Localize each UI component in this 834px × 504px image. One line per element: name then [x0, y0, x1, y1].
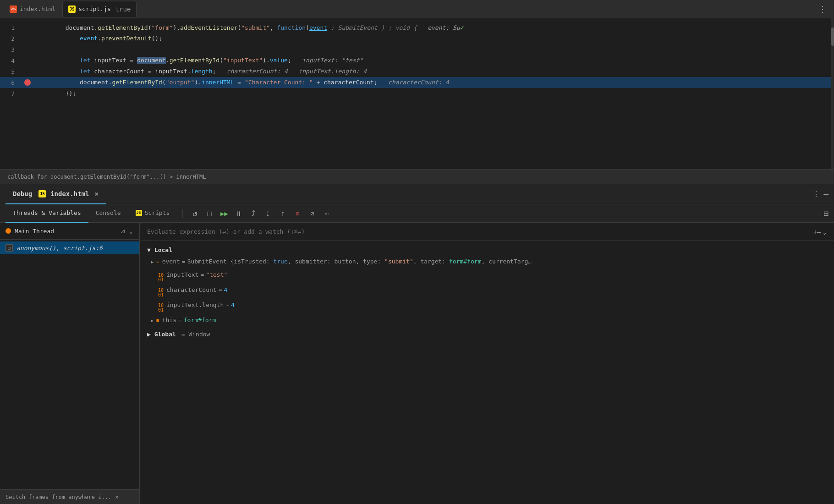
btn-step-out[interactable]: ↑ — [276, 207, 289, 220]
tab-index-html[interactable]: <> index.html — [4, 1, 61, 17]
debug-more-icon[interactable]: ⋮ — [812, 190, 820, 198]
local-expand-arrow — [147, 247, 151, 253]
thread-controls: ⊿ ⌄ — [119, 226, 134, 236]
event-expand-arrow[interactable] — [151, 257, 154, 267]
inputTextLength-equals: = — [225, 300, 229, 310]
event-name: event — [162, 257, 180, 267]
breakpoint-dot-6 — [24, 79, 31, 86]
tab-label-script-js: script.js — [78, 5, 110, 12]
this-type-icon: ≡ — [156, 316, 159, 326]
variables-list: Local ≡ event = SubmitEvent {isTrusted: … — [140, 241, 834, 504]
var-item-this: ≡ this = form#form — [140, 314, 834, 327]
global-value: = Window — [181, 331, 210, 338]
breadcrumb: callback for document.getElementById("fo… — [7, 174, 206, 180]
characterCount-equals: = — [219, 285, 222, 295]
thread-name: Main Thread — [15, 228, 115, 235]
inputTextLength-value: 4 — [231, 300, 235, 310]
toolbar-tab-scripts-label: Scripts — [145, 209, 170, 216]
thread-chevron-btn[interactable]: ⌄ — [128, 226, 134, 236]
line-num-5: 5 — [0, 68, 22, 75]
editor-scrollbar[interactable] — [831, 18, 834, 169]
call-stack: □ anonymous(), script.js:6 — [0, 240, 139, 489]
debug-tab-js-icon: JS — [38, 190, 46, 197]
stack-frame-label: anonymous(), script.js:6 — [16, 245, 103, 252]
debug-title-tab[interactable]: Debug JS index.html × — [5, 184, 106, 204]
toolbar-right: ⊞ — [823, 208, 829, 218]
breakpoint-area-6[interactable] — [22, 79, 33, 86]
toolbar-tab-console[interactable]: Console — [88, 204, 128, 223]
more-menu-button[interactable]: ⋮ — [815, 4, 830, 14]
event-equals: = — [182, 257, 186, 267]
var-section-local: Local ≡ event = SubmitEvent {isTrusted: … — [140, 245, 834, 327]
btn-breakpoints[interactable]: ⊘ — [291, 207, 304, 220]
btn-resume[interactable]: ▶▶ — [218, 207, 230, 220]
btn-step-into[interactable]: ⤴ — [262, 207, 274, 220]
html-icon: <> — [10, 5, 17, 13]
global-label: Global — [154, 331, 176, 338]
var-item-inputTextLength: 1001 inputText.length = 4 — [140, 299, 834, 314]
debug-minimize-icon[interactable]: — — [823, 189, 829, 199]
inputText-value: "test" — [206, 270, 227, 280]
var-section-local-header[interactable]: Local — [140, 245, 834, 255]
btn-stop[interactable]: □ — [203, 207, 216, 220]
btn-step-over[interactable]: ⤴ — [247, 207, 260, 220]
toolbar-tab-threads[interactable]: Threads & Variables — [5, 204, 88, 223]
line-num-1: 1 — [0, 24, 22, 31]
debug-tab-close[interactable]: × — [94, 190, 98, 197]
editor-tabs: <> index.html JS script.js true — [4, 1, 137, 17]
code-lines: 1 document.getElementById("form").addEve… — [0, 18, 834, 103]
toolbar-tab-threads-label: Threads & Variables — [13, 209, 81, 216]
this-expand-arrow[interactable] — [151, 316, 154, 326]
watch-chevron-icon[interactable]: ⌄ — [823, 228, 827, 236]
tab-close-script-js[interactable]: true — [115, 5, 131, 13]
toolbar-separator-1 — [182, 209, 183, 218]
line-num-2: 2 — [0, 35, 22, 42]
layout-icon[interactable]: ⊞ — [823, 208, 829, 218]
var-item-inputText: 1001 inputText = "test" — [140, 268, 834, 284]
code-editor: 1 document.getElementById("form").addEve… — [0, 18, 834, 170]
watch-actions: +— ⌄ — [813, 228, 827, 236]
right-panel: +— ⌄ Local ≡ event = — [140, 223, 834, 504]
bottom-bar-close[interactable]: × — [115, 494, 118, 500]
thread-dot — [5, 228, 11, 234]
toolbar-tab-console-label: Console — [96, 209, 121, 216]
debug-label: Debug — [13, 190, 32, 197]
bottom-bar-text: Switch frames from anywhere i... — [5, 494, 111, 500]
line-num-6: 6 — [0, 79, 22, 86]
event-value: SubmitEvent {isTrusted: true, submitter:… — [187, 257, 532, 267]
code-content-7: }); — [33, 77, 834, 110]
toolbar-tabs: Threads & Variables Console JS Scripts — [5, 204, 177, 223]
breadcrumb-bar: callback for document.getElementById("fo… — [0, 170, 834, 184]
btn-clear[interactable]: ∅ — [306, 207, 318, 220]
local-label: Local — [154, 247, 172, 253]
stack-frame-icon: □ — [5, 244, 13, 252]
inputText-equals: = — [201, 270, 204, 280]
var-item-event: ≡ event = SubmitEvent {isTrusted: true, … — [140, 255, 834, 268]
debug-tab-bar: Debug JS index.html × ⋮ — — [0, 184, 834, 204]
btn-more[interactable]: ⋯ — [320, 207, 333, 220]
toolbar-tab-scripts[interactable]: JS Scripts — [128, 204, 177, 223]
stack-frame-anonymous[interactable]: □ anonymous(), script.js:6 — [0, 241, 139, 254]
debug-main-content: Main Thread ⊿ ⌄ □ anonymous(), script.js… — [0, 223, 834, 504]
global-expand-arrow — [147, 331, 151, 338]
this-name: this — [162, 315, 176, 325]
line-num-3: 3 — [0, 46, 22, 53]
var-section-global-header[interactable]: Global = Window — [140, 329, 834, 340]
left-panel: Main Thread ⊿ ⌄ □ anonymous(), script.js… — [0, 223, 140, 504]
code-line-2: 2 event.preventDefault(); — [0, 33, 834, 44]
btn-pause[interactable]: ⏸ — [232, 207, 245, 220]
tab-label-index-html: index.html — [20, 5, 55, 12]
inputText-name: inputText — [166, 270, 198, 280]
btn-step-back[interactable]: ↺ — [188, 207, 201, 220]
thread-filter-btn[interactable]: ⊿ — [119, 226, 126, 236]
toolbar-tab-scripts-js-icon: JS — [136, 210, 142, 216]
debug-panel: Debug JS index.html × ⋮ — Threads & Vari… — [0, 184, 834, 504]
tab-script-js[interactable]: JS script.js true — [62, 1, 137, 17]
watch-input[interactable] — [147, 228, 810, 235]
debug-tabs: Debug JS index.html × — [5, 184, 106, 204]
characterCount-type-icon: 1001 — [158, 288, 164, 297]
watch-add-icon[interactable]: +— — [813, 228, 821, 236]
inputTextLength-type-icon: 1001 — [158, 303, 164, 312]
watch-bar: +— ⌄ — [140, 223, 834, 241]
line-num-7: 7 — [0, 90, 22, 97]
